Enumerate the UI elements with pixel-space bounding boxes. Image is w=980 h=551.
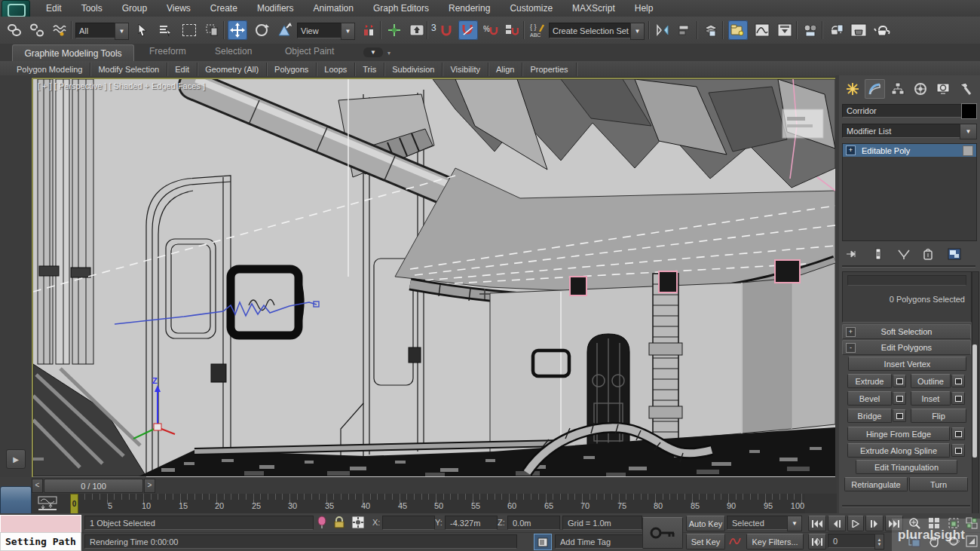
set-keys-button[interactable] (642, 517, 683, 549)
panel-visibility[interactable]: Visibility (443, 63, 488, 76)
menu-help[interactable]: Help (625, 1, 663, 16)
curve-editor-icon[interactable] (752, 20, 772, 40)
rectangular-selection-region-icon[interactable] (179, 20, 199, 40)
extrude-button[interactable]: Extrude (847, 374, 892, 388)
selected-dropdown-arrow-icon[interactable]: ▼ (787, 516, 802, 531)
perspective-viewport[interactable]: Z (32, 78, 837, 479)
panel-align[interactable]: Align (488, 63, 522, 76)
create-tab-icon[interactable] (842, 79, 862, 99)
select-and-rotate-icon[interactable] (252, 20, 271, 40)
y-coord-field[interactable]: -4.327m (445, 516, 498, 530)
unlink-selection-icon[interactable] (27, 20, 47, 40)
panel-scrollbar[interactable] (972, 271, 979, 551)
stack-item-editable-poly[interactable]: + Editable Poly (843, 144, 976, 157)
pin-stack-icon[interactable] (844, 244, 862, 264)
default-in-out-tangent-icon[interactable] (728, 534, 742, 547)
modifier-stack[interactable]: + Editable Poly (842, 143, 977, 241)
named-selection-set-dropdown[interactable]: Create Selection Set (549, 23, 638, 38)
angle-snap-toggle-icon[interactable] (458, 20, 478, 40)
select-and-scale-icon[interactable] (274, 20, 294, 40)
ribbon-minimize-arrow-icon[interactable]: ▾ (387, 50, 390, 57)
x-coord-field[interactable] (382, 516, 435, 530)
time-slider-next-icon[interactable]: > (144, 479, 155, 493)
panel-subdivision[interactable]: Subdivision (384, 63, 443, 76)
material-editor-icon[interactable] (801, 20, 820, 40)
layer-manager-icon[interactable] (701, 20, 721, 40)
turn-button[interactable]: Turn (909, 477, 968, 491)
motion-tab-icon[interactable] (910, 79, 930, 99)
rollout-soft-selection[interactable]: + Soft Selection (842, 324, 971, 339)
panel-loops[interactable]: Loops (317, 63, 355, 76)
z-coord-field[interactable]: 0.0m (507, 516, 560, 530)
rendered-frame-window-icon[interactable] (849, 20, 868, 40)
extrude-along-spline-settings-button[interactable] (951, 444, 965, 457)
panel-properties[interactable]: Properties (522, 63, 576, 76)
time-slider-prev-icon[interactable]: < (32, 479, 43, 493)
object-name-field[interactable]: Corridor (842, 104, 963, 118)
modify-tab-icon[interactable] (865, 79, 885, 99)
hinge-from-edge-button[interactable]: Hinge From Edge (847, 427, 950, 441)
panel-tris[interactable]: Tris (355, 63, 384, 76)
schematic-view-icon[interactable] (775, 20, 795, 40)
snaps-toggle-icon[interactable] (437, 20, 455, 40)
bind-to-spacewarp-icon[interactable] (50, 20, 69, 40)
panel-polygon-modeling[interactable]: Polygon Modeling (9, 63, 90, 76)
mirror-icon[interactable] (653, 20, 672, 40)
bridge-button[interactable]: Bridge (847, 409, 892, 423)
tab-selection[interactable]: Selection (215, 46, 252, 57)
configure-modifier-sets-icon[interactable] (945, 244, 964, 264)
use-pivot-point-icon[interactable] (359, 20, 378, 40)
menu-animation[interactable]: Animation (304, 1, 363, 16)
absolute-offset-mode-icon[interactable] (351, 516, 365, 529)
rollout-edit-polygons[interactable]: - Edit Polygons (842, 340, 971, 355)
stack-expand-icon[interactable]: + (846, 145, 856, 155)
extrude-settings-button[interactable] (893, 375, 906, 387)
bevel-settings-button[interactable] (893, 392, 906, 405)
render-setup-icon[interactable] (826, 20, 846, 40)
named-selection-set-arrow-icon[interactable]: ▼ (630, 23, 645, 40)
edit-named-selection-sets-icon[interactable]: { }ABC (528, 20, 547, 40)
outline-button[interactable]: Outline (911, 374, 951, 388)
menu-views[interactable]: Views (157, 1, 201, 16)
frame-spinner[interactable]: ▲▼ (874, 534, 884, 549)
outline-settings-button[interactable] (951, 375, 965, 387)
menu-tools[interactable]: Tools (72, 1, 112, 16)
next-frame-button[interactable] (865, 516, 884, 531)
panel-polygons[interactable]: Polygons (267, 63, 317, 76)
play-button[interactable] (847, 516, 864, 531)
time-slider[interactable]: 0 / 100 (44, 479, 143, 493)
selection-lock-icon[interactable] (333, 516, 345, 529)
time-marker[interactable]: 0 (70, 494, 78, 515)
previous-frame-button[interactable] (828, 516, 846, 531)
align-icon[interactable] (675, 20, 695, 40)
modifier-list-dropdown[interactable]: Modifier List (842, 124, 966, 138)
remove-modifier-icon[interactable] (919, 244, 937, 264)
isolate-selection-icon[interactable] (316, 516, 328, 529)
tab-object-paint[interactable]: Object Paint (285, 46, 334, 57)
menu-maxscript[interactable]: MAXScript (562, 1, 625, 16)
make-unique-icon[interactable] (895, 244, 913, 264)
hinge-settings-button[interactable] (951, 427, 965, 440)
bridge-settings-button[interactable] (893, 409, 906, 422)
keyboard-shortcut-override-icon[interactable] (407, 20, 427, 40)
selection-filter-arrow-icon[interactable]: ▼ (115, 23, 129, 40)
percent-snap-toggle-icon[interactable]: % (481, 20, 501, 40)
panel-geometry-all[interactable]: Geometry (All) (198, 63, 267, 76)
menu-customize[interactable]: Customize (500, 1, 562, 16)
panel-modify-selection[interactable]: Modify Selection (90, 63, 167, 76)
auto-key-button[interactable]: Auto Key (686, 516, 725, 531)
flip-button[interactable]: Flip (911, 409, 966, 423)
select-and-link-icon[interactable] (5, 20, 24, 40)
add-time-tag-field[interactable]: Add Time Tag (555, 534, 644, 549)
tab-graphite-modeling-tools[interactable]: Graphite Modeling Tools (12, 44, 134, 61)
select-by-name-icon[interactable] (155, 20, 175, 40)
select-object-icon[interactable] (133, 20, 152, 40)
panel-scrollbar-thumb[interactable] (972, 344, 977, 458)
show-end-result-icon[interactable] (869, 244, 887, 264)
display-tab-icon[interactable] (933, 79, 953, 99)
key-mode-toggle-button[interactable] (808, 534, 826, 549)
panel-edit[interactable]: Edit (167, 63, 198, 76)
expand-tray-button[interactable]: ▶ (6, 449, 26, 469)
edit-triangulation-button[interactable]: Edit Triangulation (856, 460, 957, 474)
listener-window-icon[interactable] (534, 534, 552, 550)
